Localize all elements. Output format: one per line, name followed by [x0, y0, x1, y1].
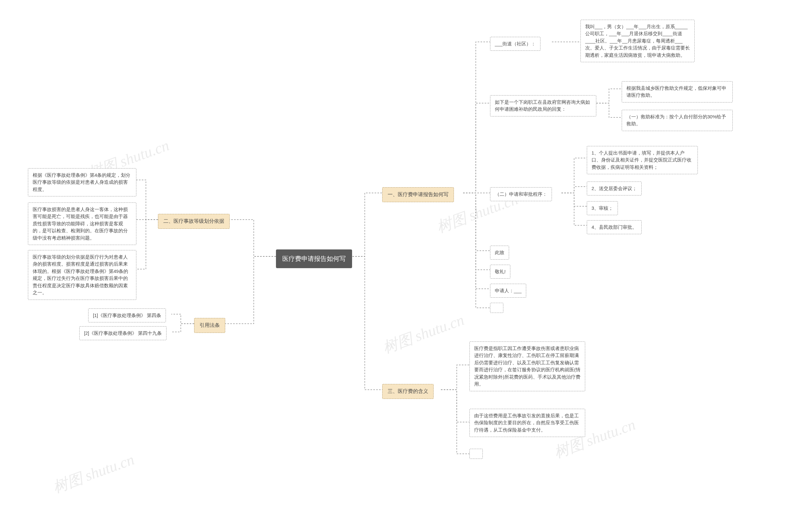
section-1-title[interactable]: 一、医疗费申请报告如何写 — [382, 187, 454, 202]
s2-detail-b[interactable]: 医疗事故损害的是患者人身这一客体，这种损害可能是死亡，可能是残疾，也可能是由于器… — [28, 202, 136, 245]
s3-detail-b[interactable]: 由于这些费用是工伤事故引发的直接后果，也是工伤保险制度的主要目的所在，自然应当享… — [469, 409, 585, 437]
section-3-title[interactable]: 三、医疗费的含义 — [382, 384, 434, 399]
s1-child3-b[interactable]: 2、送交居委会评议； — [587, 182, 642, 195]
s3-empty-node[interactable] — [469, 449, 483, 459]
s1-child2-detail-b[interactable]: （一）救助标准为：按个人自付部分的30%给予救助。 — [622, 110, 733, 131]
s2-detail-a[interactable]: 根据《医疗事故处理条例》第4条的规定，划分医疗事故等级的依据是对患者人身造成的损… — [28, 168, 136, 196]
s1-child2[interactable]: 如下是一个下岗职工在县政府官网咨询大病如何申请困难补助的民政局的回复： — [490, 95, 596, 116]
section-2-title[interactable]: 二、医疗事故等级划分依据 — [158, 214, 230, 229]
mindmap-stage: 树图 shutu.cn 树图 shutu.cn 树图 shutu.cn 树图 s… — [0, 0, 812, 516]
s3-detail-a[interactable]: 医疗费是指职工因工作遭受事故伤害或者患职业病进行治疗、康复性治疗、工伤职工在停工… — [469, 342, 585, 391]
s1-child3-d[interactable]: 4、县民政部门审批。 — [587, 220, 642, 234]
law-item-b[interactable]: [2]《医疗事故处理条例》 第四十九条 — [79, 326, 167, 340]
root-node[interactable]: 医疗费申请报告如何写 — [276, 249, 352, 268]
s1-child3-a[interactable]: 1、个人提出书面申请，填写，并提供本人户口、身份证及相关证件，并提交医院正式医疗… — [587, 146, 698, 174]
s1-child3[interactable]: （二）申请和审批程序： — [490, 187, 552, 201]
law-item-a[interactable]: [1]《医疗事故处理条例》 第四条 — [88, 308, 166, 322]
s1-closing-b[interactable]: 敬礼! — [490, 265, 510, 279]
s1-child1[interactable]: ___街道（社区）： — [490, 37, 541, 51]
s1-child2-detail-a[interactable]: 根据我县城乡医疗救助文件规定，低保对象可申请医疗救助。 — [622, 81, 733, 103]
s2-detail-c[interactable]: 医疗事故等级的划分依据是医疗行为对患者人身的损害程度。损害程度是通过损害的后果来… — [28, 250, 136, 300]
s1-closing-a[interactable]: 此致 — [490, 246, 509, 260]
s1-closing-c[interactable]: 申请人：___ — [490, 284, 526, 298]
watermark: 树图 shutu.cn — [50, 450, 137, 497]
law-title[interactable]: 引用法条 — [194, 318, 225, 333]
watermark: 树图 shutu.cn — [380, 310, 467, 358]
s1-child1-detail[interactable]: 我叫___，男（女）___年___月出生，原系_____公司职工，___年___… — [580, 20, 695, 62]
s1-empty-node[interactable] — [490, 303, 503, 313]
s1-child3-c[interactable]: 3、审核； — [587, 201, 618, 215]
